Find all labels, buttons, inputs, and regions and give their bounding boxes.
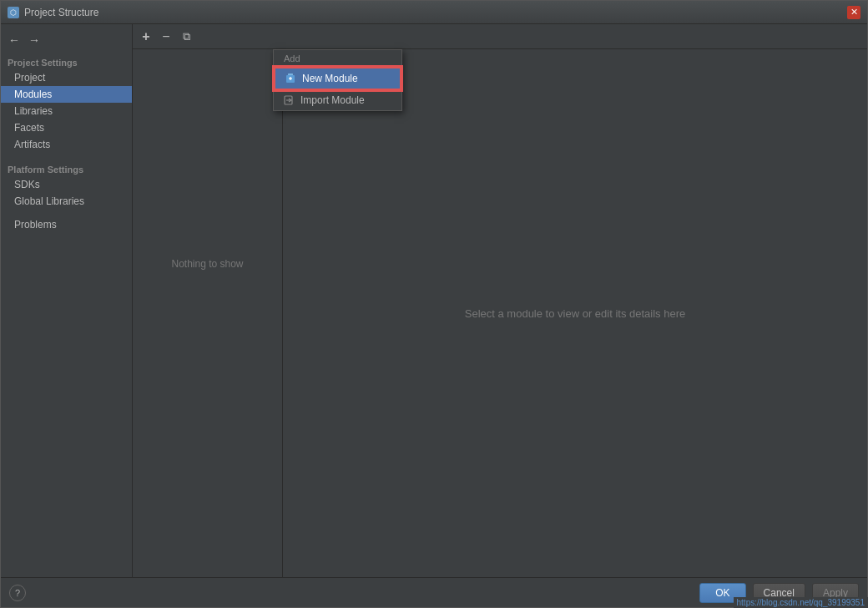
- add-dropdown-menu: Add New Module: [273, 49, 402, 111]
- detail-panel: Select a module to view or edit its deta…: [283, 49, 867, 577]
- window-title: Project Structure: [24, 7, 98, 18]
- import-module-item[interactable]: Import Module: [274, 90, 401, 110]
- back-button[interactable]: ←: [6, 32, 23, 48]
- sidebar: ← → Project Settings Project Modules Lib…: [1, 24, 133, 577]
- sidebar-separator: [1, 153, 132, 160]
- add-button[interactable]: +: [138, 28, 154, 45]
- import-module-icon: [284, 94, 295, 106]
- remove-button[interactable]: −: [158, 28, 174, 45]
- new-module-label: New Module: [302, 73, 358, 84]
- main-content: Nothing to show Select a module to view …: [133, 49, 867, 577]
- platform-settings-label: Platform Settings: [1, 160, 132, 176]
- content-area: ← → Project Settings Project Modules Lib…: [1, 24, 867, 577]
- sidebar-item-problems[interactable]: Problems: [1, 216, 132, 233]
- sidebar-item-project[interactable]: Project: [1, 69, 132, 86]
- modules-panel: Nothing to show: [133, 49, 283, 577]
- url-bar: https://blog.csdn.net/qq_39199351: [734, 597, 868, 608]
- project-settings-label: Project Settings: [1, 53, 132, 69]
- nothing-to-show: Nothing to show: [133, 66, 282, 270]
- detail-hint: Select a module to view or edit its deta…: [465, 307, 685, 320]
- title-bar-left: ⬡ Project Structure: [8, 7, 98, 18]
- main-toolbar: + − ⧉: [133, 24, 867, 49]
- close-button[interactable]: ✕: [847, 6, 860, 19]
- import-module-label: Import Module: [300, 94, 365, 106]
- copy-button[interactable]: ⧉: [178, 28, 194, 45]
- sidebar-nav-row: ← →: [1, 28, 132, 53]
- svg-rect-1: [288, 73, 293, 75]
- sidebar-item-global-libraries[interactable]: Global Libraries: [1, 193, 132, 210]
- sidebar-item-sdks[interactable]: SDKs: [1, 176, 132, 193]
- forward-button[interactable]: →: [26, 32, 43, 48]
- sidebar-item-libraries[interactable]: Libraries: [1, 103, 132, 119]
- window-icon: ⬡: [8, 7, 19, 18]
- sidebar-item-artifacts[interactable]: Artifacts: [1, 136, 132, 153]
- bottom-left: ?: [9, 585, 26, 601]
- new-module-item[interactable]: New Module: [274, 67, 401, 90]
- url-text: https://blog.csdn.net/qq_39199351: [737, 598, 865, 607]
- sidebar-separator-2: [1, 210, 132, 216]
- dropdown-header: Add: [274, 50, 401, 67]
- sidebar-item-facets[interactable]: Facets: [1, 119, 132, 136]
- title-bar: ⬡ Project Structure ✕: [1, 1, 867, 24]
- help-button[interactable]: ?: [9, 585, 26, 601]
- main-area: + − ⧉ Add New Module: [133, 24, 867, 577]
- project-structure-window: ⬡ Project Structure ✕ ← → Project Settin…: [0, 0, 868, 608]
- sidebar-item-modules[interactable]: Modules: [1, 86, 132, 103]
- new-module-icon: [285, 73, 297, 84]
